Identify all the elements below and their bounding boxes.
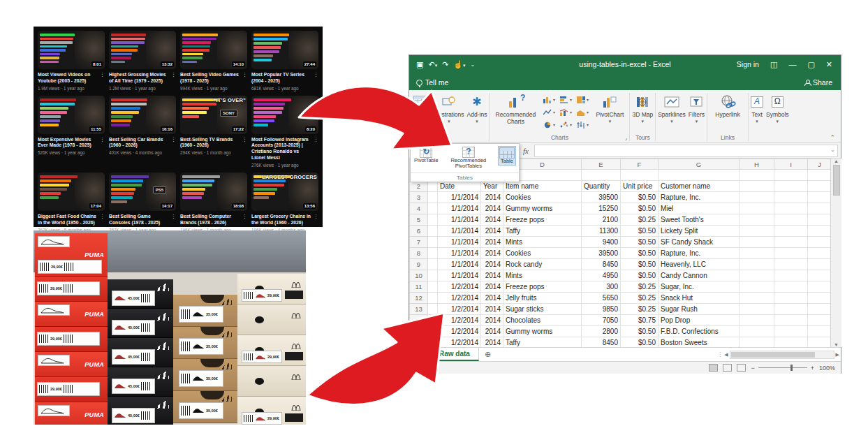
undo-icon[interactable]: ↶▾ xyxy=(428,60,437,69)
cell[interactable]: $0.50 xyxy=(621,259,659,270)
cell[interactable]: Customer name xyxy=(659,181,740,192)
row-header[interactable]: 12 xyxy=(410,293,428,304)
cell[interactable]: Cookies xyxy=(503,248,582,259)
cell[interactable]: Sugar Rush xyxy=(659,304,740,315)
cell[interactable] xyxy=(740,337,774,348)
cell[interactable]: 2100 xyxy=(582,214,621,226)
cell[interactable]: 7050 xyxy=(582,315,621,326)
video-title[interactable]: Best Selling Game Consoles (1978 - 2025) xyxy=(109,214,171,226)
touch-mode-icon[interactable]: ☝▾ xyxy=(453,60,465,69)
video-thumbnail[interactable]: 27:44 xyxy=(251,31,318,69)
save-icon[interactable]: ▣ xyxy=(416,60,423,69)
cell[interactable] xyxy=(774,214,808,226)
video-title[interactable]: Best Selling Video Games (1978 - 2025) xyxy=(180,72,242,85)
cell[interactable]: Unit price xyxy=(621,181,659,192)
share-button[interactable]: Share xyxy=(796,75,841,90)
video-thumbnail[interactable]: 14:10 xyxy=(180,31,247,69)
cell[interactable] xyxy=(740,315,774,326)
vertical-scroll-thumb[interactable] xyxy=(833,165,840,196)
customize-qat-icon[interactable]: ⌄ xyxy=(471,61,476,68)
cell[interactable] xyxy=(808,326,831,337)
cell[interactable] xyxy=(428,304,438,315)
cell[interactable]: Gummy worms xyxy=(503,203,582,214)
cell[interactable] xyxy=(428,259,438,270)
cell[interactable]: 1/1/2014 xyxy=(438,203,481,214)
video-card[interactable]: 11:55Most Expensive Movies Ever Made (19… xyxy=(38,96,105,168)
cell[interactable] xyxy=(428,293,438,304)
cell[interactable] xyxy=(808,181,831,192)
cell[interactable]: 8450 xyxy=(582,337,621,348)
cell[interactable] xyxy=(808,214,831,226)
cell[interactable]: 2014 xyxy=(481,315,503,326)
recommended-pivottables-menu-item[interactable]: ? Recommended PivotTables xyxy=(439,146,498,170)
cell[interactable]: 1/1/2014 xyxy=(438,226,481,237)
hscroll-left-icon[interactable]: ◀ xyxy=(724,352,728,358)
video-title[interactable]: Most Viewed Videos on Youtube (2005 - 20… xyxy=(38,72,100,85)
cell[interactable]: 1/1/2014 xyxy=(438,259,481,270)
video-title[interactable]: Best Selling Computer Brands (1978 - 202… xyxy=(180,214,242,226)
video-card[interactable]: LARGEST GROCERS13:56Largest Grocery Chai… xyxy=(251,173,318,233)
cell[interactable] xyxy=(774,337,808,348)
ribbon-display-options-icon[interactable]: ◫ xyxy=(770,60,777,69)
cell[interactable]: Jelly fruits xyxy=(503,293,582,304)
cell[interactable]: 2014 xyxy=(481,203,503,214)
video-title[interactable]: Most Followed Instagram Accounts (2013-2… xyxy=(251,137,314,161)
cell[interactable] xyxy=(774,270,808,281)
cell[interactable] xyxy=(808,203,831,214)
sheet-nav-left-icon[interactable]: ◂ xyxy=(415,351,418,358)
cell[interactable]: $0.25 xyxy=(621,214,659,226)
cell[interactable] xyxy=(740,170,774,181)
video-card[interactable]: PS514:17Best Selling Game Consoles (1978… xyxy=(109,173,176,233)
video-menu-icon[interactable]: ⋮ xyxy=(100,137,105,149)
cell[interactable] xyxy=(428,337,438,348)
cell[interactable]: $0.50 xyxy=(621,237,659,248)
column-header-H[interactable]: H xyxy=(740,159,774,170)
recommended-charts-button[interactable]: ? Recommended Charts xyxy=(490,91,540,133)
cell[interactable]: $0.50 xyxy=(621,203,659,214)
row-header[interactable]: 13 xyxy=(410,304,428,315)
cell[interactable]: 2014 xyxy=(481,281,503,293)
zoom-slider[interactable] xyxy=(758,367,807,368)
cell[interactable]: Heavenly, LLC xyxy=(659,259,740,270)
cell[interactable]: $0.50 xyxy=(621,226,659,237)
cell[interactable]: 1/2/2014 xyxy=(438,326,481,337)
video-title[interactable]: Best-Selling TV Brands (1960 - 2026) xyxy=(180,137,242,149)
cell[interactable] xyxy=(428,315,438,326)
cell[interactable] xyxy=(808,337,831,348)
cell[interactable]: Taffy xyxy=(503,337,582,348)
cell[interactable]: 5650 xyxy=(582,293,621,304)
insert-line-chart-button[interactable]: ▾ xyxy=(540,106,557,119)
cell[interactable] xyxy=(428,203,438,214)
insert-bar-chart-button[interactable]: ▾ xyxy=(557,94,574,106)
cell[interactable]: Rapture, Inc. xyxy=(659,192,740,203)
zoom-out-icon[interactable]: − xyxy=(751,365,754,372)
video-menu-icon[interactable]: ⋮ xyxy=(171,72,176,85)
video-menu-icon[interactable]: ⋮ xyxy=(314,214,318,226)
video-thumbnail[interactable]: LARGEST GROCERS13:56 xyxy=(251,173,318,211)
cell[interactable] xyxy=(808,270,831,281)
video-title[interactable]: Biggest Fast Food Chains in the World (1… xyxy=(38,214,100,226)
cell[interactable]: 1/2/2014 xyxy=(438,304,481,315)
cell[interactable] xyxy=(428,281,438,293)
column-header-G[interactable]: G xyxy=(659,159,740,170)
row-header[interactable]: 14 xyxy=(410,315,428,326)
cell[interactable]: 1/2/2014 xyxy=(438,315,481,326)
cell[interactable]: $0.25 xyxy=(621,281,659,293)
video-menu-icon[interactable]: ⋮ xyxy=(314,137,318,161)
cell[interactable]: Chocolates xyxy=(503,315,582,326)
zoom-slider-thumb[interactable] xyxy=(790,365,793,371)
cell[interactable]: F.B.D. Confections xyxy=(659,326,740,337)
cell[interactable] xyxy=(621,170,659,181)
row-header[interactable]: 9 xyxy=(410,259,428,270)
cell[interactable]: Sugar sticks xyxy=(503,304,582,315)
close-button[interactable]: ✕ xyxy=(826,60,832,69)
zoom-in-icon[interactable]: + xyxy=(811,365,814,372)
cell[interactable]: 2014 xyxy=(481,259,503,270)
cell[interactable] xyxy=(740,293,774,304)
formula-input[interactable]: ⌄ xyxy=(534,145,838,157)
cell[interactable]: Snack Hut xyxy=(659,293,740,304)
cell[interactable]: 2014 xyxy=(481,192,503,203)
cell[interactable] xyxy=(428,226,438,237)
video-title[interactable]: Most Popular TV Series (2004 - 2025) xyxy=(251,72,314,85)
cell[interactable]: Lickety Split xyxy=(659,226,740,237)
